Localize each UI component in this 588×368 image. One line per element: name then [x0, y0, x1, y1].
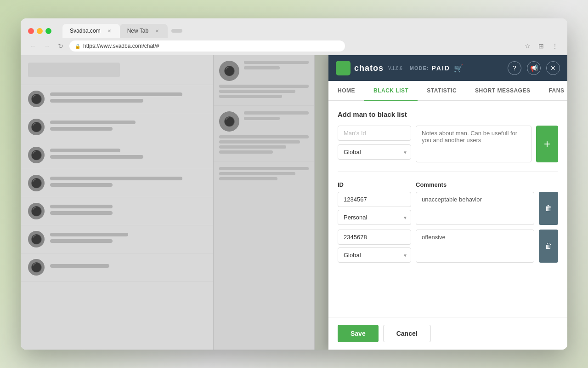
- logo-text: chatos: [354, 63, 384, 73]
- traffic-lights: [28, 28, 51, 34]
- chatos-logo-icon: [336, 61, 351, 75]
- cart-icon: 🛒: [454, 64, 463, 73]
- tab-blacklist-label: BLACK LIST: [373, 87, 408, 94]
- divider: [338, 172, 558, 172]
- chatos-footer: Save Cancel: [328, 317, 567, 350]
- tab-statistic[interactable]: STATISTIC: [418, 81, 466, 101]
- row-id-field: 2345678: [338, 230, 411, 245]
- scope-select[interactable]: Global Personal: [338, 144, 411, 160]
- logo-version: V.1.8.6: [388, 66, 402, 71]
- tab-svadba-close[interactable]: ✕: [106, 28, 113, 34]
- close-traffic-light[interactable]: [28, 28, 34, 34]
- browser-chrome: Svadba.com ✕ New Tab ✕ ← → ↻ 🔒 https://w…: [21, 18, 567, 55]
- tab-newtab[interactable]: New Tab ✕: [120, 24, 168, 38]
- row-comment-field: offensive: [416, 230, 534, 263]
- add-to-blacklist-button[interactable]: +: [536, 126, 558, 162]
- add-form: Global Personal ▼ +: [338, 126, 558, 162]
- url-text: https://www.svadba.com/chat/#: [83, 43, 159, 49]
- browser-actions: ☆ ⊞ ⋮: [522, 41, 560, 51]
- browser-window: Svadba.com ✕ New Tab ✕ ← → ↻ 🔒 https://w…: [21, 18, 567, 350]
- row-comment-field: unacceptable behavior: [416, 192, 534, 225]
- tab-home[interactable]: HOME: [328, 81, 364, 101]
- table-row: 2345678 Global Personal ▼ offensive 🗑: [338, 230, 558, 263]
- chatos-logo: chatos V.1.8.6: [336, 61, 402, 75]
- maximize-traffic-light[interactable]: [45, 28, 51, 34]
- paid-label: PAID: [431, 64, 450, 72]
- man-id-input[interactable]: [338, 126, 411, 141]
- notifications-button[interactable]: 📢: [527, 61, 541, 75]
- tab-svadba[interactable]: Svadba.com ✕: [62, 24, 120, 38]
- table-row: 1234567 Personal Global ▼ unacceptable b…: [338, 192, 558, 225]
- trash-icon: 🗑: [545, 204, 552, 213]
- back-button[interactable]: ←: [28, 41, 38, 51]
- browser-tabs: Svadba.com ✕ New Tab ✕: [62, 24, 560, 38]
- save-button[interactable]: Save: [338, 325, 379, 342]
- forward-button[interactable]: →: [42, 41, 52, 51]
- section-title: Add man to black list: [338, 110, 558, 118]
- notes-input[interactable]: [416, 126, 531, 162]
- tab-blacklist[interactable]: BLACK LIST: [364, 81, 418, 101]
- tab-newtab-close[interactable]: ✕: [154, 28, 160, 34]
- address-bar: ← → ↻ 🔒 https://www.svadba.com/chat/# ☆ …: [21, 38, 567, 55]
- tab-svadba-label: Svadba.com: [70, 28, 101, 34]
- extensions-icon[interactable]: ⊞: [536, 41, 546, 51]
- delete-row-button[interactable]: 🗑: [539, 192, 558, 225]
- scope-select-wrapper: Global Personal ▼: [338, 144, 411, 160]
- tab-statistic-label: STATISTIC: [427, 87, 457, 94]
- row-left: 1234567 Personal Global ▼: [338, 192, 411, 225]
- lock-icon: 🔒: [75, 44, 80, 49]
- reload-button[interactable]: ↻: [56, 41, 66, 51]
- row-scope-select[interactable]: Personal Global: [338, 210, 411, 225]
- close-panel-button[interactable]: ✕: [546, 61, 560, 75]
- new-tab-button[interactable]: [171, 29, 182, 33]
- chatos-body: Add man to black list Global Personal ▼: [328, 101, 567, 317]
- row-scope-select[interactable]: Global Personal: [338, 247, 411, 263]
- plus-icon: +: [544, 138, 550, 150]
- row-scope-wrapper: Global Personal ▼: [338, 247, 411, 263]
- url-bar[interactable]: 🔒 https://www.svadba.com/chat/#: [69, 40, 345, 52]
- help-button[interactable]: ?: [508, 61, 521, 75]
- trash-icon: 🗑: [545, 242, 552, 250]
- tab-short-messages-label: SHORT MESSAGES: [475, 87, 530, 94]
- form-left: Global Personal ▼: [338, 126, 411, 162]
- tab-fans[interactable]: FANS: [539, 81, 567, 101]
- cancel-button[interactable]: Cancel: [383, 325, 431, 342]
- bookmark-icon[interactable]: ☆: [522, 41, 532, 51]
- chatos-header: chatos V.1.8.6 MODE: PAID 🛒 ? 📢 ✕: [328, 55, 567, 81]
- chatos-nav: HOME BLACK LIST STATISTIC SHORT MESSAGES…: [328, 81, 567, 101]
- grid-icon: [339, 64, 347, 72]
- header-actions: ? 📢 ✕: [508, 61, 560, 75]
- delete-row-button[interactable]: 🗑: [539, 230, 558, 263]
- col-id-header: ID: [338, 181, 411, 188]
- tab-short-messages[interactable]: SHORT MESSAGES: [466, 81, 539, 101]
- row-id-field: 1234567: [338, 192, 411, 207]
- minimize-traffic-light[interactable]: [37, 28, 43, 34]
- page-content: ⚫ ⚫ ⚫: [21, 55, 567, 350]
- mode-label: MODE:: [410, 65, 429, 71]
- tab-home-label: HOME: [338, 87, 355, 94]
- chatos-panel: chatos V.1.8.6 MODE: PAID 🛒 ? 📢 ✕ HOME: [328, 55, 567, 350]
- table-header: ID Comments: [338, 181, 558, 188]
- tab-fans-label: FANS: [548, 87, 564, 94]
- menu-icon[interactable]: ⋮: [550, 41, 560, 51]
- row-left: 2345678 Global Personal ▼: [338, 230, 411, 263]
- tab-newtab-label: New Tab: [127, 28, 148, 34]
- col-comments-header: Comments: [416, 181, 558, 188]
- mode-badge: MODE: PAID 🛒: [410, 64, 463, 73]
- row-scope-wrapper: Personal Global ▼: [338, 210, 411, 225]
